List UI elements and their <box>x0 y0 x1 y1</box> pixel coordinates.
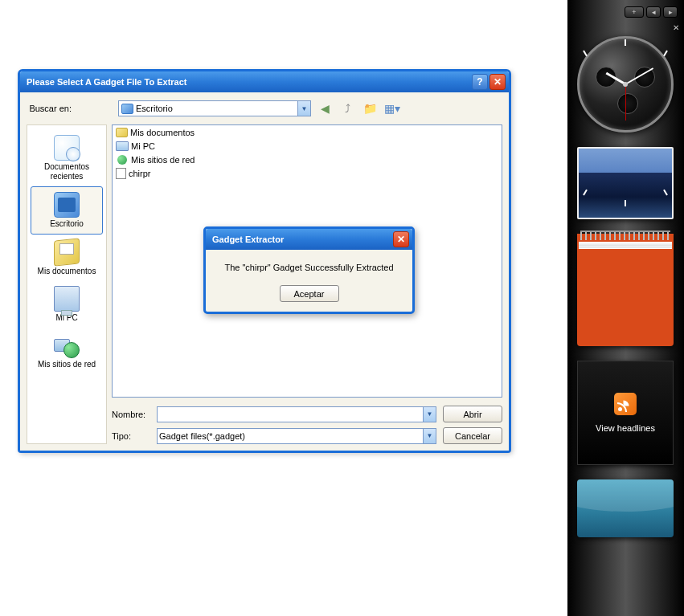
feed-gadget[interactable]: View headlines <box>577 361 674 465</box>
sidebar-add-button[interactable]: + <box>625 6 644 18</box>
alert-title: Gadget Extractor <box>212 235 284 244</box>
cancel-button[interactable]: Cancelar <box>443 427 502 444</box>
new-folder-icon[interactable]: 📁 <box>361 100 379 117</box>
sidebar-prev-button[interactable]: ◂ <box>646 6 661 18</box>
weather-gadget[interactable] <box>577 479 674 537</box>
chevron-down-icon[interactable]: ▼ <box>423 429 436 443</box>
list-item[interactable]: Mis documentos <box>113 125 502 139</box>
documents-icon <box>54 238 80 266</box>
sidebar-gadgets: View headlines <box>577 36 674 537</box>
list-item[interactable]: Mis sitios de red <box>113 153 502 166</box>
search-value: Escritorio <box>136 104 173 113</box>
name-label: Nombre: <box>112 410 150 419</box>
place-recent[interactable]: Documentos recientes <box>31 130 103 186</box>
up-icon[interactable]: ⤴ <box>338 100 356 117</box>
vista-sidebar: + ◂ ▸ ✕ View headlines <box>567 0 684 616</box>
pc-icon <box>54 286 80 312</box>
desktop-icon <box>121 104 133 114</box>
alert-dialog: Gadget Extractor ✕ The "chirpr" Gadget S… <box>203 226 415 314</box>
gadget-file-icon <box>116 168 126 179</box>
back-icon[interactable]: ◀ <box>316 100 334 117</box>
network-icon <box>54 332 80 358</box>
dialog-titlebar[interactable]: Please Select A Gadget File To Extract ?… <box>20 71 509 92</box>
name-input[interactable]: ▼ <box>157 406 436 422</box>
place-pc[interactable]: Mi PC <box>31 281 103 328</box>
close-button[interactable]: ✕ <box>489 74 506 90</box>
places-bar: Documentos recientes Escritorio Mis docu… <box>27 124 107 444</box>
search-row: Buscar en: Escritorio ▼ ◀ ⤴ 📁 ▦▾ <box>27 99 502 118</box>
network-icon <box>116 153 129 166</box>
type-combo[interactable]: Gadget files(*.gadget) ▼ <box>157 428 436 444</box>
rss-icon <box>614 393 637 415</box>
list-item[interactable]: Mi PC <box>113 139 502 153</box>
place-network[interactable]: Mis sitios de red <box>31 328 103 374</box>
feed-label: View headlines <box>596 423 655 433</box>
sidebar-tools: + ◂ ▸ <box>625 6 678 18</box>
alert-close-button[interactable]: ✕ <box>393 231 409 247</box>
alert-titlebar[interactable]: Gadget Extractor ✕ <box>206 229 412 250</box>
chevron-down-icon[interactable]: ▼ <box>423 407 436 422</box>
list-item[interactable]: chirpr <box>113 166 502 180</box>
open-button[interactable]: Abrir <box>443 406 502 422</box>
clock-gadget[interactable] <box>577 36 674 133</box>
search-label: Buscar en: <box>28 104 75 113</box>
recent-icon <box>54 135 80 161</box>
dialog-title: Please Select A Gadget File To Extract <box>27 77 187 87</box>
desktop-icon <box>54 192 80 218</box>
place-documents[interactable]: Mis documentos <box>31 235 103 281</box>
bottom-fields: Nombre: ▼ Abrir Tipo: Gadget files(*.gad… <box>112 401 502 444</box>
alert-message: The "chirpr" Gadget Successfully Extract… <box>214 263 404 272</box>
ok-button[interactable]: Aceptar <box>280 285 339 302</box>
sidebar-close-icon[interactable]: ✕ <box>671 22 681 32</box>
notepad-gadget[interactable] <box>577 234 674 346</box>
search-combo[interactable]: Escritorio ▼ <box>118 100 311 116</box>
pc-icon <box>116 140 129 153</box>
place-desktop[interactable]: Escritorio <box>31 186 103 235</box>
folder-icon <box>116 128 128 137</box>
chevron-down-icon[interactable]: ▼ <box>297 101 310 116</box>
help-button[interactable]: ? <box>472 74 488 90</box>
type-label: Tipo: <box>112 431 150 441</box>
sidebar-next-button[interactable]: ▸ <box>663 6 678 18</box>
slideshow-gadget[interactable] <box>577 147 674 219</box>
views-icon[interactable]: ▦▾ <box>383 100 401 117</box>
